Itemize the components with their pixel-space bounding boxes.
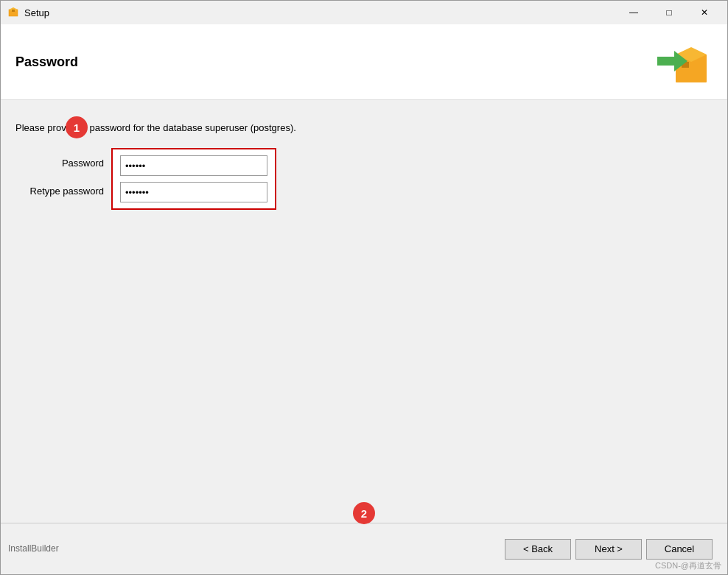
annotation-1: 1 (66, 116, 88, 138)
form-container: Password Retype password (15, 148, 713, 210)
svg-rect-2 (12, 10, 15, 12)
window-controls: — □ ✕ (617, 2, 721, 23)
title-bar: Setup — □ ✕ (1, 1, 727, 24)
inputs-box (111, 148, 276, 210)
page-title: Password (15, 54, 78, 70)
cancel-button[interactable]: Cancel (646, 539, 713, 560)
description-text: Please provide a password for the databa… (15, 122, 713, 133)
retype-label: Retype password (15, 180, 111, 201)
next-button[interactable]: Next > (575, 539, 642, 560)
minimize-button[interactable]: — (617, 2, 651, 23)
password-row (120, 155, 267, 176)
setup-window: Setup — □ ✕ Password 1 (0, 0, 728, 575)
maximize-button[interactable]: □ (652, 2, 686, 23)
window-title: Setup (24, 7, 617, 18)
header-logo (654, 36, 713, 88)
window-icon (7, 6, 20, 19)
annotation-2: 2 (353, 502, 375, 524)
retype-row (120, 182, 267, 202)
header-area: Password (1, 24, 727, 100)
footer-buttons: < Back Next > Cancel (505, 539, 713, 560)
form-labels: Password Retype password (15, 148, 111, 201)
close-button[interactable]: ✕ (687, 2, 721, 23)
footer-area: InstallBuilder 2 < Back Next > Cancel CS… (1, 523, 727, 574)
watermark: CSDN-@再道玄骨 (655, 560, 721, 571)
content-area: 1 Please provide a password for the data… (1, 100, 727, 523)
back-button[interactable]: < Back (505, 539, 571, 560)
password-input[interactable] (120, 155, 267, 176)
retype-password-input[interactable] (120, 182, 267, 202)
password-label: Password (15, 152, 111, 173)
brand-label: InstallBuilder (8, 543, 59, 554)
